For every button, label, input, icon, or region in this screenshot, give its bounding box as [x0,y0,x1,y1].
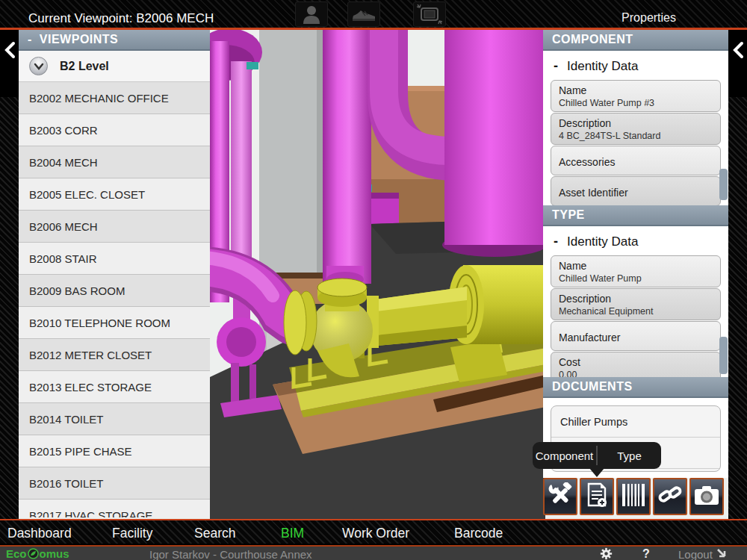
viewpoint-item[interactable]: B2006 MECH [19,211,210,243]
nav-dashboard[interactable]: Dashboard [7,526,72,541]
status-bar: Eco omus Igor Starkov - Courthouse Annex [0,545,747,560]
documents-header[interactable]: DOCUMENTS [543,377,728,398]
field-value: 0.00 [559,370,713,377]
field-label: Asset Identifier [559,187,628,199]
logo-text-omus: omus [40,547,69,560]
field-description[interactable]: Description 4 BC_284TS-L Standard [551,113,721,145]
viewpoint-item[interactable]: B2014 TOILET [19,403,210,435]
viewpoint-label: B2012 METER CLOSET [29,349,152,361]
photo-button[interactable] [689,478,724,515]
bottom-nav-bar: Dashboard Facility Search BIM Work Order… [0,519,747,544]
logout-arrow-icon[interactable] [716,547,728,560]
viewpoint-item[interactable]: B2003 CORR [19,114,210,146]
field-value: 4 BC_284TS-L Standard [559,131,713,141]
properties-panel: COMPONENT - Identity Data Name Chilled W… [543,30,728,517]
component-header[interactable]: COMPONENT [543,30,728,51]
add-document-button[interactable] [580,478,614,515]
field-manufacturer[interactable]: Manufacturer [551,321,721,351]
identity-data-label: Identity Data [567,59,638,74]
field-cost[interactable]: Cost 0.00 [551,352,721,377]
document-item[interactable]: Chiller Pumps [551,406,720,438]
viewpoint-item[interactable]: B2005 ELEC. CLOSET [19,178,210,211]
viewpoint-label: B2014 TOILET [29,413,104,426]
barcode-scan-button[interactable] [616,478,651,515]
field-label: Name [559,84,713,96]
nav-facility[interactable]: Facility [112,526,152,541]
documents-header-label: DOCUMENTS [552,380,633,393]
field-label: Cost [559,356,713,368]
field-name[interactable]: Name Chilled Water Pump #3 [551,80,721,112]
field-label: Name [559,260,713,272]
collapse-icon: - [554,234,558,249]
type-scrollbar[interactable] [719,337,728,374]
walk-mode-button[interactable] [347,1,380,27]
nav-work-order[interactable]: Work Order [342,526,409,541]
chevron-down-circle-icon[interactable] [29,57,48,75]
nav-barcode[interactable]: Barcode [454,526,503,541]
document-label: Chiller Pumps [560,416,627,428]
viewpoint-group-b2-level[interactable]: B2 Level [19,51,210,82]
field-value: Chilled Water Pump [559,273,713,284]
viewpoint-item[interactable]: B2009 BAS ROOM [19,275,210,307]
rotate-screen-button[interactable] [413,1,446,27]
collapse-left-panel-button[interactable] [0,34,19,69]
link-icon [657,482,683,511]
viewpoint-item[interactable]: B2015 PIPE CHASE [19,435,210,467]
component-scrollbar[interactable] [719,169,728,200]
nav-bim[interactable]: BIM [281,526,304,541]
field-name[interactable]: Name Chilled Water Pump [551,255,721,287]
viewpoint-label: B2004 MECH [29,156,98,169]
viewpoints-header[interactable]: - VIEWPOINTS [19,30,210,51]
camera-icon [693,484,720,509]
viewpoints-panel: - VIEWPOINTS B2 Level B2002 MECHANIC OFF… [19,30,210,517]
component-identity-data-title[interactable]: - Identity Data [543,51,728,78]
collapse-icon: - [554,58,558,74]
viewpoint-item[interactable]: B2016 TOILET [19,467,210,500]
viewpoint-label: B2002 MECHANIC OFFICE [29,92,169,105]
type-header-label: TYPE [552,208,585,222]
document-add-icon [585,482,609,511]
viewpoint-label: B2006 MECH [29,220,98,233]
field-accessories[interactable]: Accessories [551,146,721,175]
avatar-mode-button[interactable] [295,1,328,27]
viewpoint-item[interactable]: B2017 HVAC STORAGE [19,500,210,517]
logout-button[interactable]: Logout [678,548,713,560]
popup-component-button[interactable]: Component [533,449,596,462]
viewpoint-group-label: B2 Level [60,60,109,73]
chevron-left-icon [4,41,16,62]
viewpoint-label: B2017 HVAC STORAGE [29,509,152,518]
link-button[interactable] [653,478,687,515]
rotate-screen-icon [417,4,442,25]
popup-type-button[interactable]: Type [598,449,661,462]
type-header[interactable]: TYPE [543,205,728,226]
identity-data-label: Identity Data [567,234,638,249]
settings-button[interactable] [600,547,613,560]
nav-search[interactable]: Search [194,526,235,541]
collapse-right-panel-button[interactable] [728,34,747,69]
top-bar: Current Viewpoint: B2006 MECH Properties [0,0,747,30]
gear-icon [600,550,613,560]
viewpoint-item[interactable]: B2004 MECH [19,146,210,178]
viewpoint-label: B2008 STAIR [29,252,97,265]
field-label: Description [559,293,713,305]
viewpoint-label: B2016 TOILET [29,477,104,490]
viewpoint-item[interactable]: B2002 MECHANIC OFFICE [19,82,210,114]
field-label: Manufacturer [559,332,620,343]
type-identity-data-title[interactable]: - Identity Data [543,226,728,254]
viewpoint-item[interactable]: B2013 ELEC STORAGE [19,371,210,403]
help-button[interactable]: ? [642,547,650,560]
viewpoint-label: B2009 BAS ROOM [29,284,125,297]
right-edge-texture [728,97,747,519]
viewpoint-item[interactable]: B2008 STAIR [19,243,210,275]
ecodomus-logo: Eco omus [6,547,69,560]
viewpoint-label: B2010 TELEPHONE ROOM [29,317,170,329]
component-type-popup: Component Type [533,442,661,469]
tools-button[interactable] [543,478,577,515]
component-section: - Identity Data Name Chilled Water Pump … [543,51,728,205]
chevron-left-icon [732,41,744,62]
field-asset-identifier[interactable]: Asset Identifier [551,176,721,205]
viewpoint-item[interactable]: B2012 METER CLOSET [19,339,210,371]
properties-button[interactable]: Properties [622,11,676,25]
field-description[interactable]: Description Mechanical Equipment [551,288,721,320]
viewpoint-item[interactable]: B2010 TELEPHONE ROOM [19,307,210,339]
